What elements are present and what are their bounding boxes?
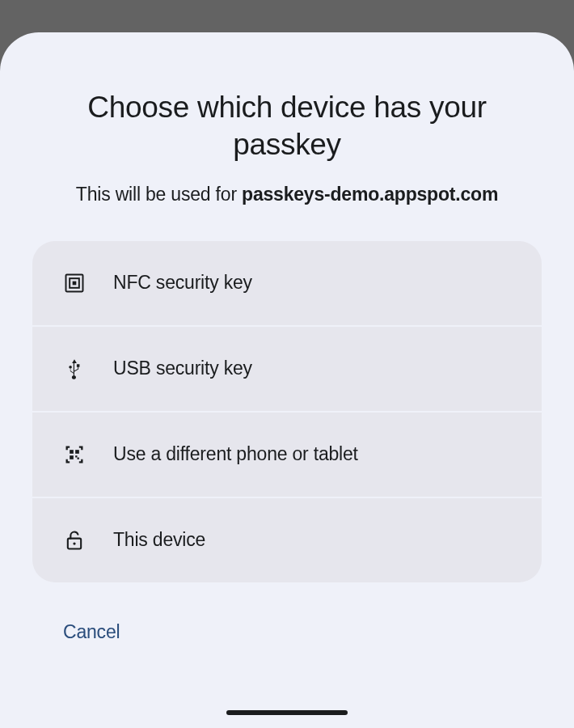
qr-icon [63, 443, 86, 466]
svg-point-10 [73, 542, 75, 544]
svg-rect-7 [78, 457, 79, 459]
subtitle-domain: passkeys-demo.appspot.com [242, 184, 498, 205]
option-label: USB security key [113, 358, 252, 379]
svg-rect-6 [75, 455, 77, 457]
svg-rect-8 [75, 457, 77, 459]
option-nfc-key[interactable]: NFC security key [32, 241, 542, 327]
subtitle-prefix: This will be used for [76, 184, 242, 205]
option-label: NFC security key [113, 272, 252, 294]
option-this-device[interactable]: This device [32, 498, 542, 582]
navigation-handle[interactable] [226, 710, 348, 715]
nfc-icon [63, 272, 86, 294]
sheet-title: Choose which device has your passkey [32, 89, 542, 164]
sheet-subtitle: This will be used for passkeys-demo.apps… [32, 184, 542, 205]
unlock-icon [63, 529, 86, 552]
device-options-list: NFC security key USB security key [32, 241, 542, 582]
svg-rect-5 [70, 455, 74, 459]
cancel-button[interactable]: Cancel [63, 621, 120, 643]
svg-rect-2 [73, 281, 77, 285]
option-usb-key[interactable]: USB security key [32, 327, 542, 413]
option-different-device[interactable]: Use a different phone or tablet [32, 413, 542, 498]
usb-icon [63, 358, 86, 380]
option-label: This device [113, 529, 205, 551]
svg-rect-4 [75, 450, 79, 454]
svg-rect-3 [70, 450, 74, 454]
option-label: Use a different phone or tablet [113, 443, 358, 465]
passkey-device-sheet: Choose which device has your passkey Thi… [0, 32, 574, 728]
